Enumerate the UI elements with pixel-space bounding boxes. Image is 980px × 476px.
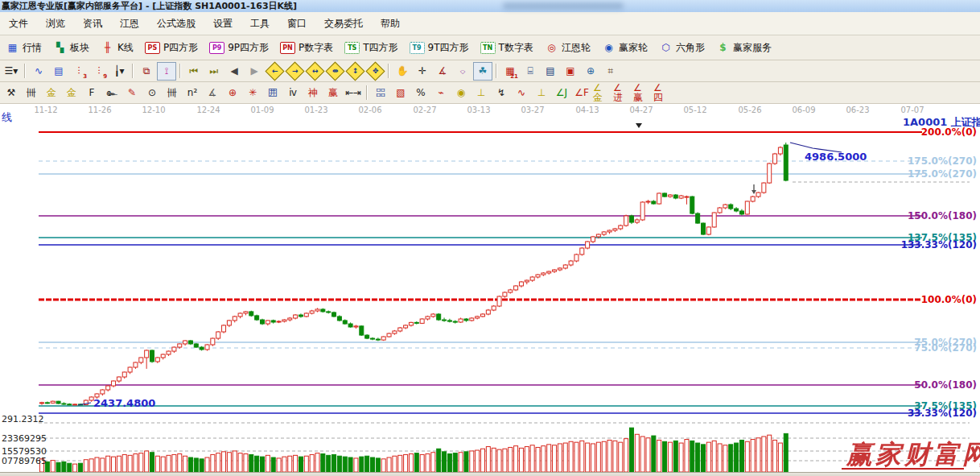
toolbar-t-square-button[interactable]: TST四方形 <box>344 41 397 55</box>
bars-9-icon[interactable]: ⫶9 <box>89 62 109 81</box>
volume-bar <box>476 450 480 472</box>
color-trend-icon[interactable]: ⟟ <box>157 62 176 81</box>
percent-icon[interactable]: % <box>411 84 430 102</box>
gold-circle-icon[interactable]: ◉ <box>451 84 471 102</box>
angle-si-icon[interactable]: ∠四 <box>653 84 672 102</box>
nav-first-icon[interactable]: ⏮ <box>184 62 204 81</box>
tool-hammer-icon[interactable]: ⚒ <box>2 84 21 102</box>
net-globe-icon[interactable]: ⊕ <box>581 62 600 81</box>
nav-next-icon[interactable]: ▶ <box>245 62 264 81</box>
dm-right-icon[interactable]: → <box>285 62 304 81</box>
kline-chart-canvas[interactable]: 11-1211-2612-1012-2401-0901-2302-0602-27… <box>0 104 980 472</box>
gann-grid-f-icon[interactable]: F <box>82 84 101 102</box>
save-disk-icon[interactable]: ▣ <box>561 62 580 81</box>
angle-gold-icon[interactable]: ∠金 <box>592 84 611 102</box>
calendar-21-icon[interactable]: ▦21 <box>500 62 520 81</box>
gann-spiral-icon[interactable]: ๛ <box>102 84 121 102</box>
toolbar-t-number-table-button[interactable]: TNT数字表 <box>480 41 533 55</box>
flash-b-icon[interactable]: ↯ <box>492 84 511 102</box>
volume-bar <box>348 457 352 472</box>
hand-drag-icon[interactable]: ✋ <box>393 62 412 81</box>
dm-vexpand-glyph: ↕ <box>345 61 364 81</box>
toolbar-gann-wheel-button[interactable]: ◎江恩轮 <box>545 41 591 55</box>
candle-body <box>476 317 480 318</box>
angle-ying-icon[interactable]: ∠赢 <box>632 84 652 102</box>
percent-band-icon[interactable]: ▧ <box>391 84 410 102</box>
gann-grid-gold-1-icon[interactable]: 金 <box>42 84 61 102</box>
target-red-icon[interactable]: ⊕ <box>223 84 242 102</box>
gann-grid-icon[interactable]: 卌 <box>22 84 41 102</box>
angle-a-icon[interactable]: ∡ <box>203 84 222 102</box>
menu-bar: 文件浏览资讯江恩公式选股设置工具窗口交易委托帮助 <box>0 12 980 35</box>
calculator-icon[interactable]: ⌸ <box>521 62 540 81</box>
angle-jin-icon[interactable]: ∠进 <box>612 84 632 102</box>
watermark-underline <box>842 468 964 470</box>
volume-bar <box>205 457 209 472</box>
menu-item-8[interactable]: 交易委托 <box>315 17 372 31</box>
gann-grid-2-icon[interactable]: 卌 <box>163 84 182 102</box>
candle-body <box>106 386 110 390</box>
toolbar-p-number-table-button[interactable]: PNP数字表 <box>280 41 333 55</box>
ying-grid-icon[interactable]: 赢 <box>323 84 343 102</box>
wave-a-icon[interactable]: ∿ <box>512 84 531 102</box>
volume-bar <box>443 452 447 472</box>
candle-body <box>426 317 430 319</box>
gann-grid-gold-2-icon[interactable]: 金 <box>62 84 81 102</box>
menu-item-9[interactable]: 帮助 <box>372 17 409 31</box>
toolbar-winner-service-button[interactable]: $赢家服务 <box>716 41 772 55</box>
grid-cap-icon[interactable]: ⌔ <box>453 62 472 81</box>
angle-f-icon[interactable]: ∠F <box>572 84 591 102</box>
price-ladder-icon[interactable]: 㗊 <box>371 84 390 102</box>
toolbar-quotes-button[interactable]: ▦行情 <box>6 41 42 55</box>
single-candle-combo-icon[interactable]: ╽▾ <box>109 62 129 81</box>
menu-item-6[interactable]: 工具 <box>241 17 278 31</box>
menu-item-7[interactable]: 窗口 <box>278 17 315 31</box>
menu-item-1[interactable]: 浏览 <box>37 17 74 31</box>
pattern-curve-icon[interactable]: ∿ <box>29 62 48 81</box>
gold-level-2-icon[interactable]: ⊥ <box>532 84 551 102</box>
candle-body <box>299 315 303 317</box>
candle-body <box>343 321 347 324</box>
nav-prev-icon[interactable]: ◀ <box>224 62 244 81</box>
shen-grid-icon[interactable]: 神 <box>303 84 323 102</box>
angle-j-icon[interactable]: ∠J <box>552 84 571 102</box>
toolbar-sectors-button[interactable]: ▚板块 <box>53 41 89 55</box>
toolbar-hexagon-button[interactable]: ⬡六角形 <box>659 41 705 55</box>
net-pc-icon[interactable]: ⌗ <box>601 62 620 81</box>
toolbar-9t-square-button[interactable]: T99T四方形 <box>410 41 469 55</box>
menu-item-2[interactable]: 资讯 <box>74 17 111 31</box>
circle-3-icon[interactable]: ⊙ <box>142 84 162 102</box>
info-document-icon[interactable]: ▤ <box>49 62 68 81</box>
span-measure-icon[interactable]: ⇤⇥ <box>344 84 363 102</box>
dm-hshrink-icon[interactable]: ⇹ <box>325 62 344 81</box>
chart-area[interactable]: 11-1211-2612-1012-2401-0901-2302-0602-27… <box>0 104 980 472</box>
k-outline-icon[interactable]: ⧉ <box>137 62 156 81</box>
notepad-icon[interactable]: ▤ <box>541 62 560 81</box>
star-burst-icon[interactable]: ✳ <box>243 84 262 102</box>
n-squared-icon[interactable]: n² <box>183 84 202 102</box>
dm-hexpand-icon[interactable]: ↔ <box>305 62 324 81</box>
toolbar-kline-button[interactable]: ╫K线 <box>101 41 134 55</box>
dm-allexpand-icon[interactable]: ✥ <box>365 62 385 81</box>
menu-item-0[interactable]: 文件 <box>0 17 37 31</box>
menu-item-4[interactable]: 公式选股 <box>148 17 204 31</box>
kline-period-combo-icon[interactable]: ☰▾ <box>2 62 21 81</box>
bars-3-icon[interactable]: ⫶3 <box>69 62 89 81</box>
menu-item-3[interactable]: 江恩 <box>111 17 148 31</box>
brain-analysis-icon[interactable]: ☘ <box>473 62 492 81</box>
gold-level-icon[interactable]: ⊥ <box>471 84 491 102</box>
percent-line-icon[interactable]: ⌁ <box>431 84 451 102</box>
dm-vexpand-icon[interactable]: ↕ <box>345 62 364 81</box>
roman-iv-icon[interactable]: ⅳ <box>283 84 303 102</box>
toolbar-p-square-button[interactable]: PSP四方形 <box>145 41 198 55</box>
dm-left-icon[interactable]: ← <box>265 62 284 81</box>
brush-tool-icon[interactable]: ✎ <box>122 84 142 102</box>
nav-last-icon[interactable]: ⏭ <box>204 62 224 81</box>
angle-measure-icon[interactable]: ∡ <box>433 62 452 81</box>
menu-item-5[interactable]: 设置 <box>204 17 241 31</box>
volume-bar <box>673 441 677 472</box>
toolbar-winner-wheel-button[interactable]: ◉赢家轮 <box>602 41 648 55</box>
square-net-icon[interactable]: 囲 <box>263 84 282 102</box>
crosshair-icon[interactable]: ✛ <box>413 62 432 81</box>
toolbar-9p-square-button[interactable]: P99P四方形 <box>209 41 269 55</box>
